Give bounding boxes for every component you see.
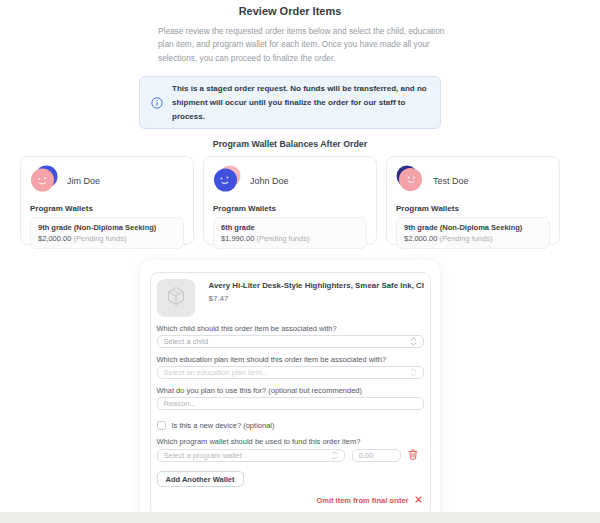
child-name: Test Doe (433, 176, 469, 186)
wallet-item: 9th grade (Non-Diploma Seeking) $2,000.0… (396, 217, 550, 249)
intro-text: Please review the requested order items … (158, 25, 450, 65)
wallet-plan: 9th grade (Non-Diploma Seeking) (38, 223, 176, 232)
wallet-status: (Pending funds) (256, 234, 309, 243)
wallet-balance: $2,000.00 (Pending funds) (404, 234, 542, 243)
wallet-select-label: Which program wallet should be used to f… (157, 437, 424, 446)
wallet-funding-row: Select a program wallet 0.00 (157, 448, 424, 463)
chevron-updown-icon (410, 368, 417, 377)
child-card-header: John Doe (213, 165, 367, 197)
reason-label: What do you plan to use this for? (optio… (157, 386, 424, 395)
balances-heading: Program Wallet Balances After Order (140, 139, 440, 149)
avatar (213, 165, 241, 197)
chevron-updown-icon (331, 451, 338, 460)
wallet-item: 9th grade (Non-Diploma Seeking) $2,000.0… (30, 217, 184, 249)
new-device-label: Is this a new device? (optional) (172, 421, 275, 430)
package-icon (166, 286, 186, 310)
reason-input[interactable]: Reason... (157, 397, 424, 410)
wallet-status: (Pending funds) (73, 234, 126, 243)
product-title: Avery Hi-Liter Desk-Style Highlighters, … (209, 281, 424, 290)
child-name: John Doe (250, 176, 289, 186)
x-icon (415, 496, 422, 505)
review-order-page: Review Order Items Please review the req… (0, 0, 600, 512)
education-plan-select[interactable]: Select an education plan item... (157, 366, 424, 379)
wallet-select-placeholder: Select a program wallet (164, 451, 242, 460)
product-thumbnail (157, 279, 195, 317)
wallet-item: 6th grade $1,990.00 (Pending funds) (213, 217, 367, 249)
notice-text: This is a staged order request. No funds… (172, 82, 429, 123)
wallet-plan: 6th grade (221, 223, 359, 232)
child-select[interactable]: Select a child (157, 335, 424, 348)
order-item-card: Avery Hi-Liter Desk-Style Highlighters, … (150, 272, 431, 512)
add-wallet-button[interactable]: Add Another Wallet (157, 471, 244, 487)
child-card-john: John Doe Program Wallets 6th grade $1,99… (203, 156, 377, 245)
wallet-plan: 9th grade (Non-Diploma Seeking) (404, 223, 542, 232)
plan-select-label: Which education plan item should this or… (157, 355, 424, 364)
product-row: Avery Hi-Liter Desk-Style Highlighters, … (157, 279, 424, 317)
product-price: $7.47 (209, 294, 424, 303)
wallet-balance: $1,990.00 (Pending funds) (221, 234, 359, 243)
trash-icon (408, 448, 418, 463)
chevron-updown-icon (410, 337, 417, 346)
child-card-header: Jim Doe (30, 165, 184, 197)
avatar (30, 165, 58, 197)
reason-placeholder: Reason... (164, 399, 196, 408)
page-title: Review Order Items (140, 5, 440, 17)
avatar (396, 165, 424, 197)
child-card-test: Test Doe Program Wallets 9th grade (Non-… (386, 156, 560, 245)
wallets-label: Program Wallets (396, 204, 550, 213)
child-cards-row: Jim Doe Program Wallets 9th grade (Non-D… (20, 156, 560, 245)
wallet-amount-input[interactable]: 0.00 (352, 449, 401, 462)
wallet-amount: $1,990.00 (221, 234, 254, 243)
wallet-amount: $2,000.00 (38, 234, 71, 243)
wallets-label: Program Wallets (213, 204, 367, 213)
notice-banner: This is a staged order request. No funds… (139, 76, 441, 129)
new-device-checkbox[interactable] (157, 421, 166, 430)
wallet-balance: $2,000.00 (Pending funds) (38, 234, 176, 243)
product-info: Avery Hi-Liter Desk-Style Highlighters, … (209, 279, 424, 317)
plan-select-placeholder: Select an education plan item... (164, 368, 269, 377)
new-device-row: Is this a new device? (optional) (157, 421, 424, 430)
wallet-amount: $2,000.00 (404, 234, 437, 243)
omit-item-link[interactable]: Omit item from final order (157, 496, 422, 505)
wallets-label: Program Wallets (30, 204, 184, 213)
info-icon (151, 97, 163, 109)
omit-link-label: Omit item from final order (316, 496, 408, 505)
child-card-jim: Jim Doe Program Wallets 9th grade (Non-D… (20, 156, 194, 245)
wallet-status: (Pending funds) (439, 234, 492, 243)
child-select-placeholder: Select a child (164, 337, 209, 346)
child-name: Jim Doe (67, 176, 100, 186)
program-wallet-select[interactable]: Select a program wallet (157, 449, 345, 462)
order-form-container: Avery Hi-Liter Desk-Style Highlighters, … (140, 260, 440, 512)
amount-placeholder: 0.00 (359, 451, 374, 460)
delete-wallet-button[interactable] (408, 448, 418, 463)
child-card-header: Test Doe (396, 165, 550, 197)
child-select-label: Which child should this order item be as… (157, 324, 424, 333)
